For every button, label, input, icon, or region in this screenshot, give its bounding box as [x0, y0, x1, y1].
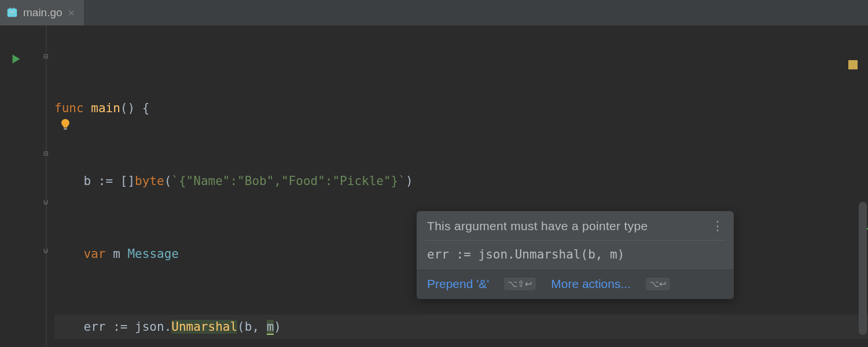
tooltip-title: This argument must have a pointer type	[427, 219, 648, 233]
close-icon[interactable]: ×	[67, 6, 76, 20]
shortcut-badge: ⌥⇧↩	[504, 278, 536, 290]
run-icon[interactable]	[12, 53, 21, 67]
svg-point-4	[13, 11, 14, 12]
tab-bar: main.go ×	[0, 0, 868, 25]
warning-marker[interactable]	[848, 60, 858, 69]
tab-filename: main.go	[23, 6, 62, 19]
svg-point-5	[12, 13, 13, 14]
gutter: ⊟ ⊟ ⊌ ⊌	[0, 25, 52, 347]
kebab-menu-icon[interactable]: ⋮	[711, 223, 724, 229]
code-line-active: err := json.Unmarshal(b, m)	[54, 315, 868, 339]
tooltip-code: err := json.Unmarshal(b, m)	[417, 241, 734, 270]
fold-icon[interactable]: ⊟	[42, 52, 50, 60]
code-line: func main() {	[54, 96, 868, 120]
svg-rect-0	[8, 9, 17, 17]
intention-bulb-icon[interactable]	[59, 118, 72, 134]
file-tab[interactable]: main.go ×	[0, 0, 84, 25]
shortcut-badge: ⌥↩	[646, 278, 670, 290]
svg-point-3	[10, 11, 11, 12]
fold-icon[interactable]: ⊟	[42, 149, 50, 157]
code-line: b := []byte(`{"Name":"Bob","Food":"Pickl…	[54, 169, 868, 193]
inspection-tooltip: This argument must have a pointer type ⋮…	[417, 211, 734, 299]
svg-rect-6	[10, 8, 11, 9]
tooltip-actions: Prepend '&' ⌥⇧↩ More actions... ⌥↩	[417, 270, 734, 299]
fold-end-icon[interactable]: ⊌	[42, 246, 50, 254]
prepend-action[interactable]: Prepend '&'	[427, 277, 489, 291]
svg-rect-8	[64, 128, 67, 130]
go-file-icon	[6, 6, 19, 19]
scrollbar-thumb[interactable]	[859, 202, 867, 335]
more-actions[interactable]: More actions...	[551, 277, 631, 291]
svg-rect-7	[13, 8, 14, 9]
fold-end-icon[interactable]: ⊌	[42, 198, 50, 206]
